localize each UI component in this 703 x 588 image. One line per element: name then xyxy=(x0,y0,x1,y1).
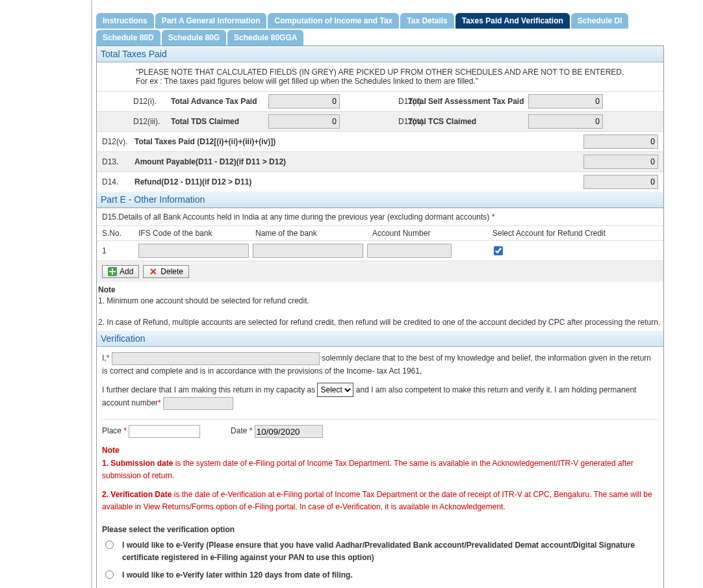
verif-note2-rest: is the date of e-Verification at e-Filin… xyxy=(102,490,652,511)
bank-row-1: 1 xyxy=(97,240,663,261)
d12i-value xyxy=(268,94,340,109)
d12ii-value xyxy=(528,94,603,109)
bank-notes: Note 1. Minimum one account should be se… xyxy=(97,282,663,331)
bank-row1-sno: 1 xyxy=(102,246,138,255)
d14-label: Refund(D12 - D11)(if D12 > D11) xyxy=(134,177,583,186)
delete-button[interactable]: ✕ Delete xyxy=(143,265,189,278)
d12v-label: Total Taxes Paid (D12[(i)+(ii)+(iii)+(iv… xyxy=(134,137,583,146)
tab-schedule-di[interactable]: Schedule DI xyxy=(571,13,629,29)
verification-option-title: Please select the verification option xyxy=(102,524,658,536)
bank-row1-ifs[interactable] xyxy=(138,244,249,258)
pan-input[interactable] xyxy=(163,397,233,410)
d12iii-code: D12(iii). xyxy=(133,117,171,126)
tab-tax-details[interactable]: Tax Details xyxy=(400,13,454,29)
bank-table-header: S.No. IFS Code of the bank Name of the b… xyxy=(97,225,663,240)
d12i-label: Total Advance Tax Paid xyxy=(171,97,268,106)
bank-h-sno: S.No. xyxy=(102,229,138,238)
verify-option-1-radio[interactable] xyxy=(105,541,114,549)
row-d12v: D12(v). Total Taxes Paid (D12[(i)+(ii)+(… xyxy=(97,131,663,151)
verify-option-2-label: I would like to e-Verify later within 12… xyxy=(122,569,353,582)
place-input[interactable] xyxy=(129,425,200,438)
bank-h-refund: Select Account for Refund Credit xyxy=(492,229,658,238)
d12iii-label: Total TDS Claimed xyxy=(171,117,268,126)
d15-heading: D15.Details of all Bank Accounts held in… xyxy=(97,208,663,225)
d12iii-value xyxy=(268,114,340,129)
tab-schedule-80gga[interactable]: Schedule 80GGA xyxy=(227,30,303,45)
d13-code: D13. xyxy=(102,157,134,166)
tab-instructions[interactable]: Instructions xyxy=(96,13,154,29)
d12ii-code: D12(ii). xyxy=(366,97,408,106)
plus-icon xyxy=(108,267,117,276)
declarant-name-input[interactable] xyxy=(112,352,320,365)
d12iv-value xyxy=(528,114,603,129)
d14-value xyxy=(583,175,658,189)
capacity-select[interactable]: Select xyxy=(317,383,353,397)
d13-label: Amount Payable(D11 - D12)(if D11 > D12) xyxy=(134,157,583,166)
calculated-fields-note: "PLEASE NOTE THAT CALCULATED FIELDS (IN … xyxy=(97,62,663,91)
row-d14: D14. Refund(D12 - D11)(if D12 > D11) xyxy=(97,172,663,192)
d12ii-label: Total Self Assessment Tax Paid xyxy=(408,97,528,106)
add-button[interactable]: Add xyxy=(102,265,139,278)
d12i-code: D12(i). xyxy=(133,97,171,106)
verif-note1-bold: 1. Submission date xyxy=(102,459,173,468)
verification-body: I,* solemnly declare that to the best of… xyxy=(97,347,663,588)
bank-row1-name[interactable] xyxy=(253,244,363,258)
d12iv-code: D12(iv). xyxy=(366,117,408,126)
tab-schedule-80g[interactable]: Schedule 80G xyxy=(162,30,226,45)
verify-option-1-label: I would like to e-Verify (Please ensure … xyxy=(122,539,658,564)
d12iv-label: Total TCS Claimed xyxy=(408,117,528,126)
tab-bar: Instructions Part A General Information … xyxy=(96,0,664,45)
main-panel: Total Taxes Paid "PLEASE NOTE THAT CALCU… xyxy=(96,45,664,588)
bank-h-acct: Account Number xyxy=(372,229,492,238)
row-d13: D13. Amount Payable(D11 - D12)(if D11 > … xyxy=(97,151,663,172)
tab-computation[interactable]: Computation of Income and Tax xyxy=(268,13,399,29)
declaration-2-pre: I further declare that I am making this … xyxy=(102,385,317,394)
x-icon: ✕ xyxy=(149,267,158,276)
row-d12iii-d12iv: D12(iii). Total TDS Claimed D12(iv). Tot… xyxy=(97,111,663,131)
verif-note1-rest: is the system date of e-Filing portal of… xyxy=(102,459,633,480)
place-label: Place xyxy=(102,427,123,436)
date-input[interactable] xyxy=(255,425,323,438)
verify-option-2-radio[interactable] xyxy=(105,570,114,579)
bank-h-ifs: IFS Code of the bank xyxy=(138,229,255,238)
bank-h-name: Name of the bank xyxy=(255,229,372,238)
i-prefix: I, xyxy=(102,353,107,363)
date-label: Date xyxy=(231,427,249,436)
verif-note2-bold: 2. Verification Date xyxy=(102,490,172,499)
d12v-value xyxy=(583,134,658,149)
tab-part-a[interactable]: Part A General Information xyxy=(155,13,267,29)
bank-row1-acct[interactable] xyxy=(367,244,452,258)
row-d12i-d12ii: D12(i). Total Advance Tax Paid D12(ii). … xyxy=(97,91,663,111)
d13-value xyxy=(583,155,658,169)
section-part-e: Part E - Other Information xyxy=(97,192,663,208)
d14-code: D14. xyxy=(102,177,134,186)
verif-note-title: Note xyxy=(102,444,658,457)
d12v-code: D12(v). xyxy=(102,137,134,146)
tab-schedule-80d[interactable]: Schedule 80D xyxy=(96,30,160,45)
bank-row1-refund-checkbox[interactable] xyxy=(494,246,503,255)
bank-button-bar: Add ✕ Delete xyxy=(97,261,663,282)
section-total-taxes-paid: Total Taxes Paid xyxy=(97,46,663,62)
section-verification: Verification xyxy=(97,331,663,347)
tab-taxes-paid-verification[interactable]: Taxes Paid And Verification xyxy=(455,13,570,29)
